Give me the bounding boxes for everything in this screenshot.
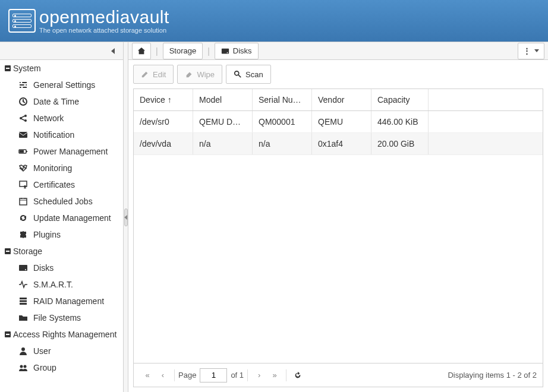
disks-grid: Device↑ModelSerial Num...VendorCapacity … [133, 88, 543, 387]
kebab-icon: ⋮ [523, 46, 531, 55]
sidebar-item[interactable]: User [0, 343, 123, 359]
app-banner: openmediavault The open network attached… [0, 0, 548, 42]
svg-rect-18 [20, 303, 27, 305]
sidebar-item[interactable]: Power Management [0, 143, 123, 160]
svg-rect-17 [20, 301, 27, 302]
pager-summary: Displaying items 1 - 2 of 2 [448, 371, 537, 380]
pager-refresh[interactable] [290, 368, 306, 383]
table-cell: 0x1af4 [312, 133, 371, 154]
edit-button[interactable]: Edit [133, 65, 174, 84]
svg-rect-7 [19, 132, 27, 138]
pager-last[interactable]: » [267, 368, 282, 383]
cal-icon [18, 197, 29, 206]
svg-point-1 [24, 84, 26, 86]
breadcrumb-storage[interactable]: Storage [163, 43, 203, 59]
table-cell: 20.00 GiB [371, 133, 429, 154]
table-cell: n/a [253, 133, 312, 154]
clock-icon [18, 97, 29, 106]
pager-prev[interactable]: ‹ [155, 368, 171, 383]
svg-rect-16 [20, 298, 27, 299]
svg-rect-13 [20, 198, 27, 205]
collapse-icon [5, 331, 11, 337]
eraser-icon [185, 70, 193, 78]
heart-icon [18, 163, 29, 173]
table-cell: /dev/sr0 [134, 111, 193, 132]
sidebar-item[interactable]: Disks [0, 260, 123, 276]
column-header[interactable]: Device↑ [134, 89, 193, 110]
svg-point-2 [21, 87, 23, 88]
share-icon [18, 113, 29, 123]
page-menu-button[interactable]: ⋮ [518, 43, 544, 59]
sidebar-item[interactable]: General Settings [0, 77, 123, 93]
hdd-icon [221, 47, 229, 55]
group-icon [18, 363, 29, 372]
pager-next[interactable]: › [251, 368, 267, 383]
mail-icon [18, 130, 29, 140]
svg-point-21 [24, 365, 27, 368]
column-header[interactable]: Capacity [371, 89, 429, 110]
svg-rect-22 [222, 48, 229, 53]
table-cell: 446.00 KiB [371, 111, 429, 132]
sort-asc-icon: ↑ [168, 95, 172, 105]
table-row[interactable]: /dev/vdan/an/a0x1af420.00 GiB [134, 133, 543, 155]
pager-page-input[interactable] [200, 368, 227, 382]
sidebar-item[interactable]: File Systems [0, 309, 123, 326]
sidebar-item[interactable]: Group [0, 359, 123, 376]
column-header[interactable]: Model [193, 89, 253, 110]
brand-subtitle: The open network attached storage soluti… [39, 27, 169, 34]
sidebar-group[interactable]: Storage [0, 243, 123, 260]
pager-first[interactable]: « [140, 368, 155, 383]
sidebar-collapse-button[interactable] [0, 42, 123, 60]
column-header[interactable]: Serial Num... [253, 89, 312, 110]
svg-point-24 [235, 71, 239, 75]
chevron-left-icon [111, 48, 115, 54]
sidebar-item[interactable]: RAID Management [0, 293, 123, 309]
sidebar-item[interactable]: S.M.A.R.T. [0, 276, 123, 293]
refresh-icon [18, 213, 29, 223]
svg-line-25 [238, 75, 241, 77]
sidebar-group[interactable]: Access Rights Management [0, 326, 123, 343]
sidebar-group[interactable]: System [0, 60, 123, 77]
svg-point-15 [25, 269, 26, 270]
brand-title: openmediavault [39, 8, 169, 26]
table-cell: n/a [193, 133, 253, 154]
breadcrumb-home[interactable] [132, 43, 151, 59]
splitter-handle[interactable] [124, 42, 128, 392]
refresh-icon [294, 371, 302, 380]
scan-button[interactable]: Scan [226, 65, 271, 84]
search-icon [234, 70, 242, 78]
sidebar-item[interactable]: Scheduled Jobs [0, 193, 123, 210]
sidebar-tree[interactable]: SystemGeneral SettingsDate & TimeNetwork… [0, 60, 123, 392]
svg-point-23 [226, 52, 228, 53]
pulse-icon [18, 280, 29, 289]
breadcrumb-sep: | [153, 46, 160, 56]
table-cell: QM00001 [253, 111, 312, 132]
sliders-icon [18, 80, 29, 90]
breadcrumb-disks[interactable]: Disks [215, 43, 259, 59]
svg-point-12 [24, 185, 26, 188]
sidebar-item[interactable]: Date & Time [0, 93, 123, 110]
table-cell: QEMU [312, 111, 371, 132]
sidebar-item[interactable]: Plugins [0, 226, 123, 243]
sidebar-item[interactable]: Monitoring [0, 160, 123, 176]
wipe-button[interactable]: Wipe [177, 65, 222, 84]
folder-icon [18, 313, 29, 323]
breadcrumb-sep: | [205, 46, 212, 56]
sidebar-item[interactable]: Update Management [0, 210, 123, 226]
grid-pager: « ‹ Page of 1 › » Displaying items 1 - 2… [134, 363, 543, 387]
sidebar-item[interactable]: Network [0, 110, 123, 127]
svg-rect-10 [20, 150, 24, 153]
toolbar: Edit Wipe Scan [133, 65, 543, 84]
column-header[interactable]: Vendor [312, 89, 371, 110]
grid-header: Device↑ModelSerial Num...VendorCapacity [134, 89, 543, 111]
grid-body: /dev/sr0QEMU DVD...QM00001QEMU446.00 KiB… [134, 111, 543, 363]
collapse-icon [5, 248, 11, 254]
chevron-down-icon [534, 49, 539, 52]
svg-point-19 [21, 347, 25, 351]
table-row[interactable]: /dev/sr0QEMU DVD...QM00001QEMU446.00 KiB [134, 111, 543, 133]
user-icon [18, 346, 29, 356]
puzzle-icon [18, 230, 29, 239]
sidebar-item[interactable]: Certificates [0, 176, 123, 193]
home-icon [137, 47, 146, 55]
sidebar-item[interactable]: Notification [0, 127, 123, 143]
